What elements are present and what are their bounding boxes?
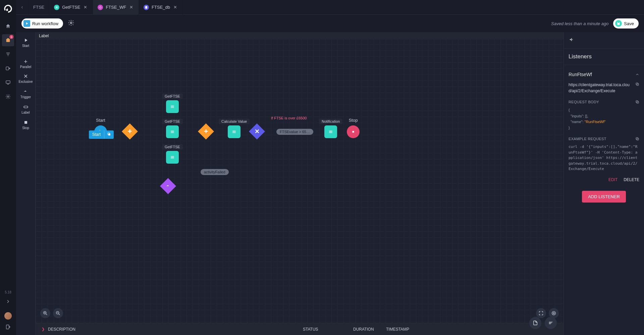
- start-badge[interactable]: Start: [89, 130, 114, 139]
- svg-rect-27: [171, 158, 174, 158]
- avatar[interactable]: [4, 312, 12, 320]
- copy-icon[interactable]: [104, 130, 114, 139]
- tab-getftse[interactable]: GetFTSE ✕: [49, 0, 93, 15]
- svg-rect-29: [232, 131, 235, 132]
- console-col-status: STATUS: [303, 327, 353, 332]
- chevron-up-icon: [635, 72, 639, 76]
- version-label: 5.18: [5, 290, 11, 294]
- zoom-out-button[interactable]: [53, 308, 63, 318]
- delete-button[interactable]: DELETE: [624, 177, 639, 182]
- save-label: Save: [624, 21, 634, 26]
- panel-back-button[interactable]: [564, 32, 644, 49]
- svg-rect-44: [636, 137, 638, 139]
- svg-rect-5: [6, 325, 9, 329]
- svg-rect-22: [171, 131, 174, 131]
- svg-rect-3: [6, 81, 10, 83]
- palette-stop[interactable]: Stop: [16, 117, 35, 132]
- zoom-in-button[interactable]: [40, 308, 50, 318]
- workflow-settings-button[interactable]: [68, 19, 74, 27]
- nav-filter-icon[interactable]: [2, 48, 14, 60]
- fab-file-button[interactable]: [529, 317, 541, 329]
- svg-rect-20: [171, 106, 174, 107]
- console-toggle-icon[interactable]: ❯: [42, 327, 45, 331]
- rail-exit-icon[interactable]: [5, 324, 11, 331]
- svg-rect-0: [6, 39, 10, 42]
- node-start[interactable]: Start Start: [94, 118, 107, 138]
- palette-trigger[interactable]: Trigger: [16, 86, 35, 102]
- tab-ftsewf[interactable]: FTSE_WF ✕: [93, 0, 139, 15]
- palette-trigger-label: Trigger: [20, 95, 31, 99]
- svg-point-12: [100, 8, 101, 8]
- svg-point-37: [553, 313, 554, 314]
- app-logo[interactable]: [3, 4, 13, 13]
- node-trigger-fail[interactable]: [162, 180, 174, 192]
- edge-ftsevalue[interactable]: FTSEvalue > 65…: [276, 129, 313, 135]
- palette-parallel-label: Parallel: [20, 65, 31, 69]
- svg-rect-40: [636, 83, 638, 85]
- svg-rect-30: [232, 132, 235, 133]
- nav-projects-icon[interactable]: 1: [2, 34, 14, 46]
- nav-home-icon[interactable]: [2, 20, 14, 32]
- node-notification[interactable]: Notification: [319, 119, 342, 138]
- palette-exclusive[interactable]: ✕ Exclusive: [16, 71, 35, 86]
- tab-ftsedb-label: FTSE_db: [152, 5, 170, 10]
- node-exclusive[interactable]: ✕: [251, 126, 263, 137]
- svg-point-10: [100, 6, 101, 7]
- tab-back-button[interactable]: [16, 0, 29, 15]
- svg-rect-25: [171, 156, 174, 157]
- nav-badge: 1: [9, 35, 13, 39]
- tab-getftse-label: GetFTSE: [62, 5, 80, 10]
- palette-label-label: Label: [21, 111, 30, 114]
- edge-activityfailed[interactable]: activityFailed: [201, 169, 229, 175]
- run-workflow-button[interactable]: Run workflow: [21, 18, 63, 29]
- console-header[interactable]: ❯ DESCRIPTION STATUS DURATION TIMESTAMP: [36, 323, 564, 335]
- copy-example-button[interactable]: [635, 137, 639, 142]
- palette-exclusive-label: Exclusive: [18, 80, 33, 83]
- console-col-timestamp: TIMESTAMP: [386, 327, 426, 332]
- svg-point-11: [101, 7, 102, 8]
- node-parallel-open[interactable]: +: [124, 126, 136, 137]
- node-parallel-close[interactable]: +: [200, 126, 212, 137]
- tab-ftsedb-close[interactable]: ✕: [173, 5, 178, 10]
- svg-rect-28: [232, 131, 235, 131]
- svg-rect-26: [171, 157, 174, 157]
- tab-ftsewf-label: FTSE_WF: [106, 5, 126, 10]
- tab-parent-label: FTSE: [33, 5, 44, 10]
- palette-stop-label: Stop: [22, 126, 29, 130]
- copy-url-button[interactable]: [635, 82, 639, 88]
- nav-settings-icon[interactable]: [2, 91, 14, 103]
- tab-ftsewf-close[interactable]: ✕: [129, 5, 134, 10]
- add-listener-button[interactable]: ADD LISTENER: [582, 191, 626, 203]
- svg-point-4: [7, 96, 9, 97]
- palette-parallel[interactable]: + Parallel: [16, 50, 35, 71]
- tab-getftse-close[interactable]: ✕: [83, 5, 88, 10]
- palette-start[interactable]: Start: [16, 35, 35, 50]
- copy-body-button[interactable]: [635, 100, 639, 105]
- request-body-label: REQUEST BODY: [569, 100, 599, 105]
- edit-button[interactable]: EDIT: [608, 177, 618, 182]
- svg-rect-42: [636, 101, 638, 103]
- panel-title: Listeners: [564, 49, 644, 65]
- svg-rect-7: [56, 7, 58, 7]
- tab-ftsedb[interactable]: FTSE_db ✕: [139, 0, 183, 15]
- node-getftse-3[interactable]: GetFTSE: [162, 144, 183, 164]
- svg-rect-39: [637, 83, 639, 86]
- save-button[interactable]: Save: [613, 18, 639, 29]
- node-calculate[interactable]: Calculate Value: [219, 119, 250, 138]
- save-icon: [615, 20, 622, 27]
- node-getftse-1[interactable]: GetFTSE: [162, 94, 183, 113]
- canvas-grid[interactable]: [36, 32, 564, 323]
- nav-monitor-icon[interactable]: [2, 76, 14, 89]
- listener-header[interactable]: RunFtseWf: [569, 70, 639, 82]
- palette-label[interactable]: Label: [16, 102, 35, 117]
- nav-export-icon[interactable]: [2, 62, 14, 74]
- console-col-duration: DURATION: [353, 327, 386, 332]
- edge-red-text: If FTSE is over £6500: [271, 116, 307, 120]
- node-stop[interactable]: Stop: [347, 118, 360, 138]
- rail-expand-icon[interactable]: [5, 299, 11, 305]
- svg-rect-41: [637, 101, 639, 103]
- tab-parent[interactable]: FTSE: [29, 0, 49, 15]
- node-getftse-2[interactable]: GetFTSE: [162, 119, 183, 138]
- saved-status: Saved less than a minute ago: [551, 21, 608, 26]
- fab-list-button[interactable]: [545, 317, 557, 329]
